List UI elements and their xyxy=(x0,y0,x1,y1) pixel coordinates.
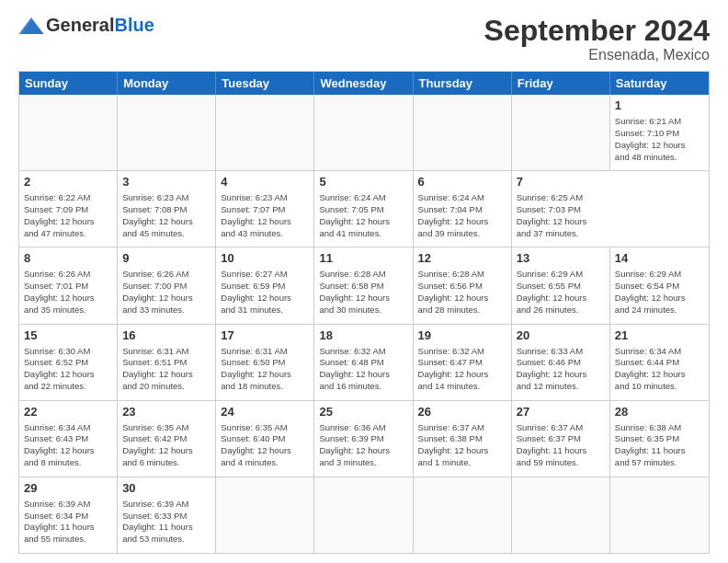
cal-cell-info: Sunrise: 6:28 AMSunset: 6:56 PMDaylight:… xyxy=(418,269,506,316)
calendar-week-1: 1Sunrise: 6:21 AMSunset: 7:10 PMDaylight… xyxy=(19,95,709,170)
cal-cell-w4-d7: 21Sunrise: 6:34 AMSunset: 6:44 PMDayligh… xyxy=(610,325,709,400)
calendar-week-2: 2Sunrise: 6:22 AMSunset: 7:09 PMDaylight… xyxy=(19,170,709,247)
cal-cell-w1-d3 xyxy=(216,95,314,170)
cal-cell-info: Sunrise: 6:32 AMSunset: 6:48 PMDaylight:… xyxy=(319,346,407,393)
col-wednesday: Wednesday xyxy=(314,72,413,95)
calendar-header: Sunday Monday Tuesday Wednesday Thursday… xyxy=(19,72,709,95)
cal-cell-w6-d5 xyxy=(414,477,512,553)
cal-cell-w4-d5: 19Sunrise: 6:32 AMSunset: 6:47 PMDayligh… xyxy=(414,325,512,400)
cal-cell-info: Sunrise: 6:38 AMSunset: 6:35 PMDaylight:… xyxy=(615,422,704,469)
cal-cell-info: Sunrise: 6:26 AMSunset: 7:01 PMDaylight:… xyxy=(24,269,112,316)
cal-cell-w5-d6: 27Sunrise: 6:37 AMSunset: 6:37 PMDayligh… xyxy=(512,401,610,477)
cal-cell-info: Sunrise: 6:37 AMSunset: 6:38 PMDaylight:… xyxy=(418,422,506,469)
cal-cell-w5-d5: 26Sunrise: 6:37 AMSunset: 6:38 PMDayligh… xyxy=(414,401,512,477)
cal-day-number: 22 xyxy=(24,405,112,420)
title-block: September 2024 Ensenada, Mexico xyxy=(484,15,710,63)
col-monday: Monday xyxy=(118,72,216,95)
cal-cell-w3-d1: 8Sunrise: 6:26 AMSunset: 7:01 PMDaylight… xyxy=(19,247,118,323)
cal-cell-info: Sunrise: 6:31 AMSunset: 6:51 PMDaylight:… xyxy=(122,346,210,393)
cal-cell-info: Sunrise: 6:26 AMSunset: 7:00 PMDaylight:… xyxy=(122,269,210,316)
page-title: September 2024 xyxy=(484,15,710,47)
logo-general: General xyxy=(46,15,114,35)
cal-cell-w3-d3: 10Sunrise: 6:27 AMSunset: 6:59 PMDayligh… xyxy=(216,247,314,323)
cal-cell-w2-d1: 2Sunrise: 6:22 AMSunset: 7:09 PMDaylight… xyxy=(19,171,118,247)
cal-day-number: 13 xyxy=(517,251,605,267)
cal-day-number: 4 xyxy=(221,175,309,190)
cal-day-number: 11 xyxy=(319,251,407,267)
cal-cell-w3-d4: 11Sunrise: 6:28 AMSunset: 6:58 PMDayligh… xyxy=(314,247,413,323)
cal-cell-w2-d3: 4Sunrise: 6:23 AMSunset: 7:07 PMDaylight… xyxy=(216,171,314,247)
cal-cell-info: Sunrise: 6:28 AMSunset: 6:58 PMDaylight:… xyxy=(319,269,407,316)
cal-cell-w1-d1 xyxy=(19,95,118,170)
cal-cell-w4-d2: 16Sunrise: 6:31 AMSunset: 6:51 PMDayligh… xyxy=(118,325,216,400)
cal-cell-info: Sunrise: 6:36 AMSunset: 6:39 PMDaylight:… xyxy=(319,422,407,469)
cal-cell-info: Sunrise: 6:21 AMSunset: 7:10 PMDaylight:… xyxy=(615,116,704,163)
cal-cell-w4-d4: 18Sunrise: 6:32 AMSunset: 6:48 PMDayligh… xyxy=(314,325,413,400)
cal-day-number: 18 xyxy=(319,328,407,344)
cal-day-number: 10 xyxy=(221,251,309,267)
cal-day-number: 15 xyxy=(24,328,112,344)
cal-cell-w1-d5 xyxy=(414,95,512,170)
col-sunday: Sunday xyxy=(19,72,118,95)
cal-cell-w5-d2: 23Sunrise: 6:35 AMSunset: 6:42 PMDayligh… xyxy=(118,401,216,477)
cal-day-number: 8 xyxy=(24,251,112,267)
cal-cell-info: Sunrise: 6:24 AMSunset: 7:05 PMDaylight:… xyxy=(319,192,407,239)
cal-cell-w6-d7 xyxy=(610,477,709,553)
calendar-week-4: 15Sunrise: 6:30 AMSunset: 6:52 PMDayligh… xyxy=(19,324,709,400)
cal-day-number: 7 xyxy=(517,175,606,190)
cal-cell-w2-d4: 5Sunrise: 6:24 AMSunset: 7:05 PMDaylight… xyxy=(314,171,413,247)
cal-cell-info: Sunrise: 6:24 AMSunset: 7:04 PMDaylight:… xyxy=(418,192,506,239)
logo-blue: Blue xyxy=(114,15,154,35)
cal-cell-w6-d4 xyxy=(314,477,413,553)
cal-cell-info: Sunrise: 6:23 AMSunset: 7:08 PMDaylight:… xyxy=(122,192,210,239)
cal-day-number: 14 xyxy=(615,251,704,267)
col-saturday: Saturday xyxy=(610,72,709,95)
calendar: Sunday Monday Tuesday Wednesday Thursday… xyxy=(18,71,710,554)
cal-cell-w5-d4: 25Sunrise: 6:36 AMSunset: 6:39 PMDayligh… xyxy=(314,401,413,477)
cal-cell-w2-d6: 7Sunrise: 6:25 AMSunset: 7:03 PMDaylight… xyxy=(512,171,610,247)
cal-cell-w4-d1: 15Sunrise: 6:30 AMSunset: 6:52 PMDayligh… xyxy=(19,325,118,400)
cal-cell-w1-d6 xyxy=(512,95,610,170)
cal-cell-w1-d7: 1Sunrise: 6:21 AMSunset: 7:10 PMDaylight… xyxy=(610,95,709,170)
cal-cell-info: Sunrise: 6:32 AMSunset: 6:47 PMDaylight:… xyxy=(418,346,506,393)
cal-day-number: 28 xyxy=(615,405,704,420)
cal-day-number: 16 xyxy=(122,328,210,344)
cal-day-number: 21 xyxy=(615,328,704,344)
cal-cell-w4-d3: 17Sunrise: 6:31 AMSunset: 6:50 PMDayligh… xyxy=(216,325,314,400)
cal-day-number: 30 xyxy=(122,481,210,497)
col-tuesday: Tuesday xyxy=(216,72,314,95)
cal-cell-info: Sunrise: 6:35 AMSunset: 6:40 PMDaylight:… xyxy=(221,422,309,469)
cal-cell-w6-d2: 30Sunrise: 6:39 AMSunset: 6:33 PMDayligh… xyxy=(118,477,216,553)
cal-day-number: 17 xyxy=(221,328,309,344)
cal-cell-info: Sunrise: 6:25 AMSunset: 7:03 PMDaylight:… xyxy=(517,192,606,239)
cal-cell-info: Sunrise: 6:31 AMSunset: 6:50 PMDaylight:… xyxy=(221,346,309,393)
cal-cell-info: Sunrise: 6:34 AMSunset: 6:43 PMDaylight:… xyxy=(24,422,112,469)
cal-cell-w3-d6: 13Sunrise: 6:29 AMSunset: 6:55 PMDayligh… xyxy=(512,247,610,323)
cal-cell-w5-d1: 22Sunrise: 6:34 AMSunset: 6:43 PMDayligh… xyxy=(19,401,118,477)
page-subtitle: Ensenada, Mexico xyxy=(484,47,710,63)
cal-cell-info: Sunrise: 6:29 AMSunset: 6:55 PMDaylight:… xyxy=(517,269,605,316)
cal-cell-w6-d6 xyxy=(512,477,610,553)
cal-day-number: 24 xyxy=(221,405,309,420)
cal-day-number: 19 xyxy=(418,328,506,344)
cal-cell-w1-d2 xyxy=(118,95,216,170)
cal-cell-w2-d5: 6Sunrise: 6:24 AMSunset: 7:04 PMDaylight… xyxy=(414,171,512,247)
cal-cell-w5-d7: 28Sunrise: 6:38 AMSunset: 6:35 PMDayligh… xyxy=(610,401,709,477)
cal-cell-w3-d5: 12Sunrise: 6:28 AMSunset: 6:56 PMDayligh… xyxy=(414,247,512,323)
cal-cell-w2-d2: 3Sunrise: 6:23 AMSunset: 7:08 PMDaylight… xyxy=(118,171,216,247)
logo-icon xyxy=(18,17,44,34)
cal-cell-info: Sunrise: 6:39 AMSunset: 6:33 PMDaylight:… xyxy=(122,499,210,546)
calendar-week-5: 22Sunrise: 6:34 AMSunset: 6:43 PMDayligh… xyxy=(19,400,709,477)
cal-day-number: 9 xyxy=(122,251,210,267)
cal-cell-info: Sunrise: 6:35 AMSunset: 6:42 PMDaylight:… xyxy=(122,422,210,469)
cal-day-number: 27 xyxy=(517,405,605,420)
cal-day-number: 3 xyxy=(122,175,210,190)
cal-cell-w6-d3 xyxy=(216,477,314,553)
cal-cell-w6-d1: 29Sunrise: 6:39 AMSunset: 6:34 PMDayligh… xyxy=(19,477,118,553)
col-friday: Friday xyxy=(512,72,610,95)
logo-text: GeneralBlue xyxy=(46,15,154,36)
cal-day-number: 25 xyxy=(319,405,407,420)
cal-cell-info: Sunrise: 6:39 AMSunset: 6:34 PMDaylight:… xyxy=(24,499,112,546)
page: GeneralBlue September 2024 Ensenada, Mex… xyxy=(0,0,728,563)
col-thursday: Thursday xyxy=(414,72,512,95)
